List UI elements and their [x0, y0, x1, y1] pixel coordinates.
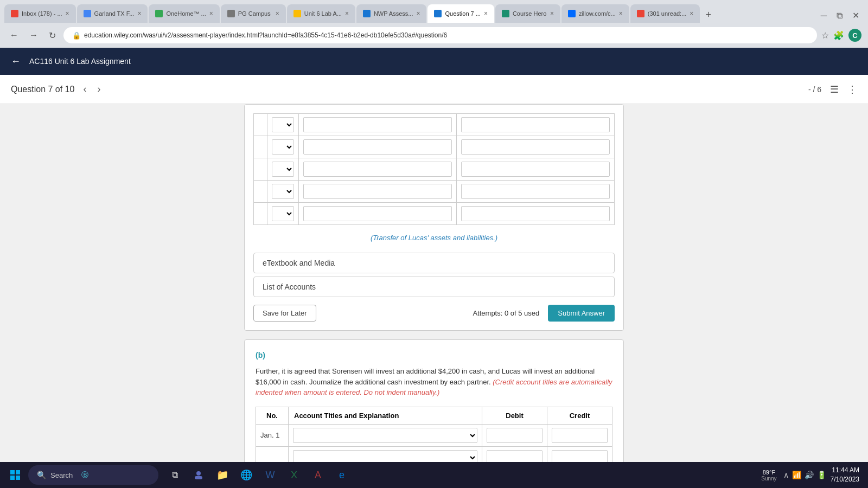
b-date-cell-0: Jan. 1 — [256, 424, 289, 446]
svg-rect-0 — [10, 470, 15, 474]
tab-nwp[interactable]: NWP Assess... × — [356, 4, 427, 23]
clock-date: 7/10/2023 — [831, 475, 859, 484]
tab-garland[interactable]: Garland TX F... × — [77, 4, 148, 23]
edge-icon[interactable]: e — [332, 465, 352, 485]
tab-unit6-close[interactable]: × — [345, 10, 349, 17]
edge-app-icon: e — [339, 470, 344, 481]
tab-garland-close[interactable]: × — [137, 10, 141, 17]
extensions-icon[interactable]: 🧩 — [833, 30, 844, 41]
tab-garland-label: Garland TX F... — [94, 10, 135, 17]
bookmark-icon[interactable]: ☆ — [821, 30, 829, 41]
debit-input-4[interactable] — [303, 206, 452, 221]
etextbook-button[interactable]: eTextbook and Media — [253, 253, 615, 273]
account-select-3[interactable] — [272, 184, 294, 199]
task-view-button[interactable]: ⧉ — [165, 465, 184, 485]
app-back-button[interactable]: ← — [11, 56, 21, 67]
weather-widget[interactable]: 89°F Sunny — [761, 469, 776, 481]
chevron-up-icon[interactable]: ∧ — [783, 471, 789, 479]
tab-pg[interactable]: PG Campus × — [221, 4, 286, 23]
taskbar-search-box[interactable]: 🔍 Search Ⓑ — [28, 465, 158, 485]
tab-nwp-close[interactable]: × — [416, 10, 420, 17]
excel-icon[interactable]: X — [284, 465, 304, 485]
row-credit-cell — [457, 181, 615, 203]
question-nav-left: Question 7 of 10 ‹ › — [11, 81, 103, 97]
credit-input-2[interactable] — [461, 162, 610, 177]
more-options-icon[interactable]: ⋮ — [847, 84, 857, 95]
tab-inbox2-close[interactable]: × — [690, 10, 693, 17]
submit-button[interactable]: Submit Answer — [548, 305, 615, 322]
b-account-select-0[interactable] — [293, 428, 477, 443]
b-credit-input-0[interactable] — [552, 428, 608, 443]
row-debit-cell — [299, 136, 457, 158]
next-question-button[interactable]: › — [95, 81, 103, 97]
tab-nwp-label: NWP Assess... — [374, 10, 413, 17]
network-icon[interactable]: 📶 — [792, 471, 801, 479]
teams-icon[interactable] — [189, 465, 208, 485]
row-account-cell — [267, 203, 299, 225]
chrome-icon[interactable]: 🌐 — [237, 465, 256, 485]
tab-inbox2[interactable]: (301 unread:... × — [630, 4, 700, 23]
inbox2-favicon — [637, 10, 644, 17]
tab-wiley-close[interactable]: × — [484, 10, 488, 17]
credit-input-1[interactable] — [461, 139, 610, 155]
debit-input-2[interactable] — [303, 162, 452, 177]
journal-table-b: No. Account Titles and Explanation Debit… — [256, 407, 612, 469]
tab-coursehero[interactable]: Course Hero × — [495, 4, 560, 23]
tab-wiley[interactable]: Question 7 ... × — [427, 4, 494, 23]
tab-restore-button[interactable]: ⧉ — [832, 9, 847, 23]
row-date-cell — [254, 136, 267, 158]
row-account-cell — [267, 136, 299, 158]
profile-icon[interactable]: C — [848, 29, 861, 42]
b-account-cell-0 — [289, 424, 482, 446]
back-button[interactable]: ← — [7, 28, 22, 42]
debit-input-1[interactable] — [303, 139, 452, 155]
credit-input-3[interactable] — [461, 184, 610, 199]
tab-gmail[interactable]: Inbox (178) - ... × — [4, 4, 76, 23]
b-debit-input-0[interactable] — [487, 428, 542, 443]
unit6-favicon — [293, 10, 301, 17]
onehome-favicon — [155, 10, 163, 17]
access-app-icon: A — [315, 470, 321, 481]
start-button[interactable] — [4, 464, 26, 486]
tab-pg-close[interactable]: × — [276, 10, 279, 17]
account-select-0[interactable] — [272, 117, 294, 132]
question-list-icon[interactable]: ☰ — [830, 84, 839, 95]
reload-button[interactable]: ↻ — [46, 28, 59, 43]
new-tab-button[interactable]: + — [701, 7, 716, 23]
battery-icon[interactable]: 🔋 — [817, 471, 826, 479]
weather-desc: Sunny — [761, 476, 776, 481]
svg-point-4 — [196, 471, 201, 476]
prev-question-button[interactable]: ‹ — [81, 81, 88, 97]
word-icon[interactable]: W — [260, 465, 280, 485]
tab-gmail-close[interactable]: × — [66, 10, 69, 17]
account-select-4[interactable] — [272, 206, 294, 221]
forward-button[interactable]: → — [26, 28, 41, 42]
tab-minimize-button[interactable]: ─ — [816, 9, 831, 23]
tab-close-window-button[interactable]: ✕ — [848, 8, 864, 23]
table-row — [254, 158, 615, 181]
sound-icon[interactable]: 🔊 — [805, 471, 814, 479]
account-select-2[interactable] — [272, 162, 294, 177]
debit-input-0[interactable] — [303, 117, 452, 132]
save-later-button[interactable]: Save for Later — [253, 305, 316, 322]
tab-onehome-close[interactable]: × — [209, 10, 213, 17]
credit-input-0[interactable] — [461, 117, 610, 132]
tab-zillow[interactable]: zillow.com/c... × — [561, 4, 629, 23]
coursehero-favicon — [502, 10, 509, 17]
file-explorer-icon[interactable]: 📁 — [213, 465, 232, 485]
account-select-1[interactable] — [272, 139, 294, 155]
access-icon[interactable]: A — [308, 465, 328, 485]
tab-unit6[interactable]: Unit 6 Lab A... × — [287, 4, 355, 23]
row-debit-cell — [299, 114, 457, 136]
row-credit-cell — [457, 203, 615, 225]
credit-input-4[interactable] — [461, 206, 610, 221]
taskbar-clock[interactable]: 11:44 AM 7/10/2023 — [831, 466, 859, 484]
list-accounts-button[interactable]: List of Accounts — [253, 277, 615, 297]
tab-zillow-close[interactable]: × — [619, 10, 623, 17]
address-bar[interactable]: 🔒 education.wiley.com/was/ui/v2/assessme… — [63, 27, 817, 43]
debit-input-3[interactable] — [303, 184, 452, 199]
table-row — [254, 136, 615, 158]
tab-coursehero-close[interactable]: × — [550, 10, 554, 17]
col-no: No. — [256, 407, 289, 424]
tab-onehome[interactable]: OneHome™ ... × — [149, 4, 219, 23]
